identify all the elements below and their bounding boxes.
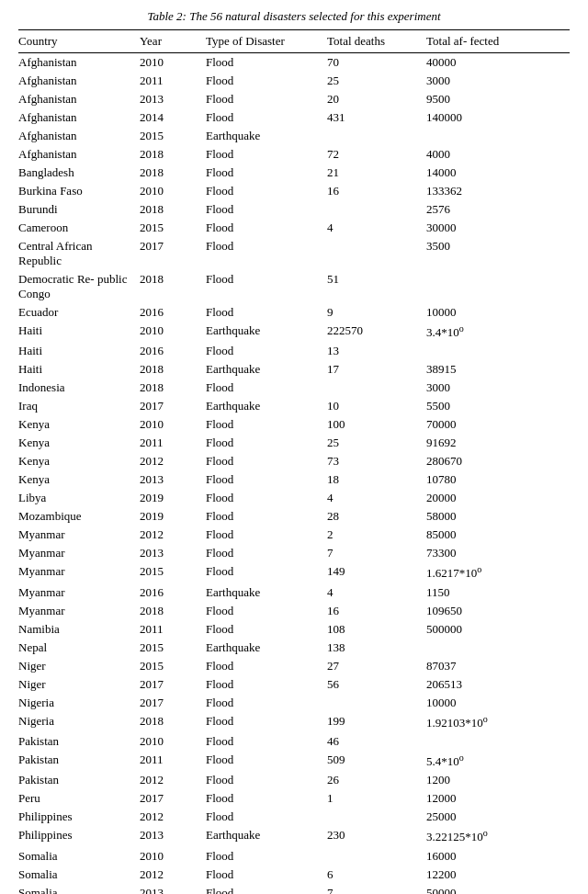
cell-affected: 70000	[426, 415, 570, 434]
cell-year: 2016	[140, 583, 206, 602]
cell-year: 2019	[140, 489, 206, 507]
cell-country: Haiti	[18, 360, 140, 379]
table-row: Myanmar2015Flood1491.6217*10o	[18, 562, 570, 583]
table-row: Indonesia2018Flood3000	[18, 379, 570, 397]
cell-country: Indonesia	[18, 379, 140, 397]
cell-year: 2012	[140, 526, 206, 544]
table-row: Niger2017Flood56206513	[18, 675, 570, 694]
cell-affected: 10000	[426, 694, 570, 712]
cell-type: Flood	[206, 657, 327, 675]
cell-deaths: 72	[327, 145, 426, 164]
cell-country: Peru	[18, 789, 140, 808]
cell-year: 2011	[140, 620, 206, 639]
cell-deaths: 18	[327, 470, 426, 489]
table-row: Ecuador2016Flood910000	[18, 303, 570, 322]
cell-type: Flood	[206, 434, 327, 452]
cell-deaths: 230	[327, 826, 426, 846]
cell-country: Myanmar	[18, 602, 140, 620]
cell-type: Flood	[206, 108, 327, 127]
cell-country: Pakistan	[18, 771, 140, 789]
table-row: Pakistan2011Flood5095.4*10o	[18, 751, 570, 771]
cell-deaths	[327, 127, 426, 145]
table-row: Peru2017Flood112000	[18, 789, 570, 808]
table-row: Somalia2012Flood612200	[18, 866, 570, 884]
cell-affected: 140000	[426, 108, 570, 127]
cell-affected: 91692	[426, 434, 570, 452]
cell-year: 2013	[140, 470, 206, 489]
cell-type: Flood	[206, 470, 327, 489]
cell-type: Earthquake	[206, 360, 327, 379]
table-row: Afghanistan2015Earthquake	[18, 127, 570, 145]
cell-year: 2018	[140, 712, 206, 732]
table-header-row: Country Year Type of Disaster Total deat…	[18, 30, 570, 53]
cell-type: Flood	[206, 712, 327, 732]
table-row: Cameroon2015Flood430000	[18, 219, 570, 237]
cell-deaths: 7	[327, 884, 426, 894]
cell-affected: 2576	[426, 200, 570, 219]
cell-affected: 206513	[426, 675, 570, 694]
cell-type: Flood	[206, 675, 327, 694]
table-row: Somalia2010Flood16000	[18, 847, 570, 866]
cell-country: Nigeria	[18, 694, 140, 712]
cell-year: 2010	[140, 415, 206, 434]
cell-year: 2017	[140, 397, 206, 415]
cell-year: 2010	[140, 732, 206, 751]
cell-deaths: 1	[327, 789, 426, 808]
cell-type: Flood	[206, 270, 327, 303]
cell-affected: 3000	[426, 72, 570, 90]
cell-year: 2013	[140, 544, 206, 562]
table-row: Myanmar2016Earthquake41150	[18, 583, 570, 602]
cell-affected: 109650	[426, 602, 570, 620]
cell-affected: 133362	[426, 182, 570, 200]
cell-type: Flood	[206, 72, 327, 90]
cell-affected: 9500	[426, 90, 570, 108]
cell-deaths: 28	[327, 507, 426, 526]
cell-deaths: 100	[327, 415, 426, 434]
cell-type: Flood	[206, 379, 327, 397]
table-row: Myanmar2012Flood285000	[18, 526, 570, 544]
cell-deaths: 199	[327, 712, 426, 732]
cell-affected: 40000	[426, 53, 570, 73]
cell-affected: 20000	[426, 489, 570, 507]
cell-year: 2012	[140, 771, 206, 789]
cell-country: Myanmar	[18, 526, 140, 544]
cell-deaths: 27	[327, 657, 426, 675]
cell-country: Afghanistan	[18, 90, 140, 108]
cell-country: Central African Republic	[18, 237, 140, 270]
table-row: Myanmar2018Flood16109650	[18, 602, 570, 620]
cell-deaths: 51	[327, 270, 426, 303]
cell-type: Flood	[206, 789, 327, 808]
cell-deaths	[327, 847, 426, 866]
cell-affected: 3000	[426, 379, 570, 397]
cell-type: Flood	[206, 219, 327, 237]
cell-country: Iraq	[18, 397, 140, 415]
cell-year: 2019	[140, 507, 206, 526]
cell-type: Earthquake	[206, 639, 327, 657]
cell-deaths: 46	[327, 732, 426, 751]
cell-country: Haiti	[18, 342, 140, 360]
cell-country: Haiti	[18, 322, 140, 342]
cell-year: 2013	[140, 90, 206, 108]
cell-country: Myanmar	[18, 583, 140, 602]
cell-deaths: 73	[327, 452, 426, 470]
header-type: Type of Disaster	[206, 30, 327, 53]
cell-deaths: 16	[327, 602, 426, 620]
cell-type: Flood	[206, 507, 327, 526]
cell-deaths: 222570	[327, 322, 426, 342]
table-row: Central African Republic2017Flood3500	[18, 237, 570, 270]
cell-deaths: 16	[327, 182, 426, 200]
cell-year: 2018	[140, 379, 206, 397]
cell-affected: 14000	[426, 164, 570, 182]
cell-affected: 1200	[426, 771, 570, 789]
cell-country: Nepal	[18, 639, 140, 657]
cell-deaths	[327, 200, 426, 219]
cell-country: Niger	[18, 675, 140, 694]
cell-year: 2016	[140, 342, 206, 360]
cell-country: Libya	[18, 489, 140, 507]
cell-year: 2017	[140, 694, 206, 712]
table-row: Somalia2013Flood750000	[18, 884, 570, 894]
cell-deaths: 2	[327, 526, 426, 544]
cell-deaths: 56	[327, 675, 426, 694]
cell-year: 2013	[140, 884, 206, 894]
cell-country: Ecuador	[18, 303, 140, 322]
